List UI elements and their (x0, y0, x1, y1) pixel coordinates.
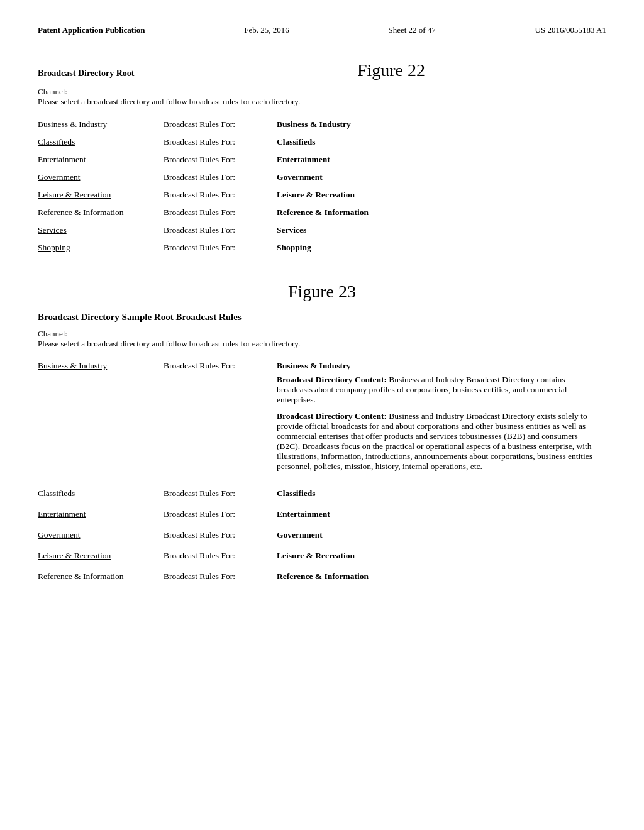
patent-number: US 2016/0055183 A1 (535, 25, 606, 35)
table-row: Leisure & Recreation Broadcast Rules For… (38, 186, 606, 204)
figure-23-section: Figure 23 Broadcast Directory Sample Roo… (38, 282, 606, 585)
directory-link[interactable]: Classifieds (38, 137, 75, 147)
figure-22-title: Figure 22 (176, 60, 606, 80)
table-row: Leisure & Recreation Broadcast Rules For… (38, 543, 606, 564)
broadcast-value: Services (277, 221, 606, 239)
figure-23-table: Business & Industry Broadcast Rules For:… (38, 358, 606, 585)
directory-link[interactable]: Entertainment (38, 509, 86, 519)
broadcast-label: Broadcast Rules For: (164, 116, 277, 133)
table-row: Entertainment Broadcast Rules For: Enter… (38, 151, 606, 169)
broadcast-label: Broadcast Rules For: (164, 133, 277, 151)
broadcast-label: Broadcast Rules For: (164, 151, 277, 169)
directory-link[interactable]: Classifieds (38, 489, 75, 498)
broadcast-value: Leisure & Recreation (277, 186, 606, 204)
directory-link[interactable]: Government (38, 530, 80, 540)
table-row: Reference & Information Broadcast Rules … (38, 204, 606, 221)
figure-23-title: Figure 23 (38, 282, 606, 302)
broadcast-value: Leisure & Recreation (277, 543, 606, 564)
broadcast-value: Classifieds (277, 133, 606, 151)
broadcast-label: Broadcast Rules For: (164, 358, 277, 481)
figure-22-section: Broadcast Directory Root Figure 22 Chann… (38, 60, 606, 257)
sheet-info: Sheet 22 of 47 (388, 25, 435, 35)
directory-link[interactable]: Services (38, 225, 67, 235)
figure-22-channel-info: Channel: Please select a broadcast direc… (38, 87, 606, 107)
content-label: Broadcast Directiory Content: (277, 375, 387, 384)
directory-link[interactable]: Business & Industry (38, 119, 107, 129)
broadcast-label: Broadcast Rules For: (164, 186, 277, 204)
figure-22-channel-label: Channel: (38, 87, 606, 97)
broadcast-value: Business & Industry (277, 361, 351, 370)
publication-date: Feb. 25, 2016 (244, 25, 289, 35)
broadcast-label: Broadcast Rules For: (164, 221, 277, 239)
directory-link[interactable]: Leisure & Recreation (38, 551, 111, 560)
publication-title: Patent Application Publication (38, 25, 145, 35)
broadcast-content: Business & Industry Broadcast Directiory… (277, 358, 606, 481)
table-row: Reference & Information Broadcast Rules … (38, 564, 606, 585)
figure-23-channel-desc: Please select a broadcast directory and … (38, 339, 606, 349)
directory-link[interactable]: Reference & Information (38, 572, 123, 581)
broadcast-value: Reference & Information (277, 204, 606, 221)
figure-23-channel-info: Channel: Please select a broadcast direc… (38, 329, 606, 349)
directory-link[interactable]: Government (38, 172, 80, 182)
directory-link[interactable]: Entertainment (38, 155, 86, 164)
table-row: Entertainment Broadcast Rules For: Enter… (38, 502, 606, 523)
broadcast-value: Entertainment (277, 151, 606, 169)
broadcast-value: Government (277, 169, 606, 186)
figure-22-table: Business & Industry Broadcast Rules For:… (38, 116, 606, 257)
broadcast-value: Classifieds (277, 481, 606, 502)
directory-link[interactable]: Shopping (38, 243, 70, 252)
figure-22-title-row: Broadcast Directory Root Figure 22 (38, 60, 606, 80)
broadcast-value: Government (277, 523, 606, 543)
broadcast-label: Broadcast Rules For: (164, 564, 277, 585)
broadcast-value: Shopping (277, 239, 606, 257)
broadcast-label: Broadcast Rules For: (164, 239, 277, 257)
broadcast-label: Broadcast Rules For: (164, 204, 277, 221)
content-block: Broadcast Directiory Content: Business a… (277, 375, 600, 405)
broadcast-value: Business & Industry (277, 116, 606, 133)
broadcast-label: Broadcast Rules For: (164, 502, 277, 523)
table-row: Services Broadcast Rules For: Services (38, 221, 606, 239)
table-row: Classifieds Broadcast Rules For: Classif… (38, 133, 606, 151)
table-row: Government Broadcast Rules For: Governme… (38, 523, 606, 543)
page-header: Patent Application Publication Feb. 25, … (38, 25, 606, 35)
content-label: Broadcast Directiory Content: (277, 411, 387, 421)
table-row-main: Business & Industry Broadcast Rules For:… (38, 358, 606, 481)
table-row: Shopping Broadcast Rules For: Shopping (38, 239, 606, 257)
broadcast-label: Broadcast Rules For: (164, 481, 277, 502)
table-row: Classifieds Broadcast Rules For: Classif… (38, 481, 606, 502)
directory-link[interactable]: Reference & Information (38, 208, 123, 217)
content-block: Broadcast Directiory Content: Business a… (277, 411, 600, 472)
broadcast-label: Broadcast Rules For: (164, 543, 277, 564)
directory-link[interactable]: Leisure & Recreation (38, 190, 111, 199)
table-row: Business & Industry Broadcast Rules For:… (38, 116, 606, 133)
broadcast-label: Broadcast Rules For: (164, 523, 277, 543)
figure-22-section-label: Broadcast Directory Root (38, 69, 176, 79)
table-row: Government Broadcast Rules For: Governme… (38, 169, 606, 186)
directory-link[interactable]: Business & Industry (38, 361, 107, 370)
figure-23-subtitle: Broadcast Directory Sample Root Broadcas… (38, 312, 606, 323)
figure-22-channel-desc: Please select a broadcast directory and … (38, 97, 606, 107)
figure-23-channel-label: Channel: (38, 329, 606, 339)
broadcast-value: Reference & Information (277, 564, 606, 585)
broadcast-value: Entertainment (277, 502, 606, 523)
broadcast-label: Broadcast Rules For: (164, 169, 277, 186)
